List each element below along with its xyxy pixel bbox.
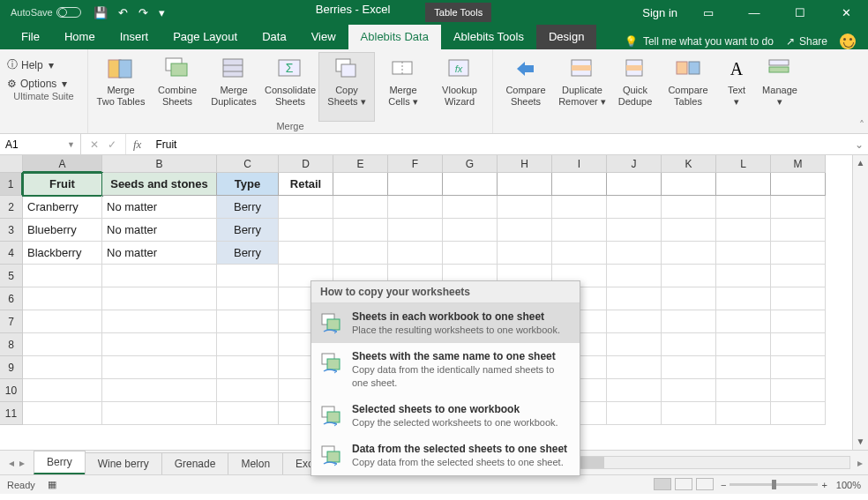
tab-design[interactable]: Design xyxy=(536,25,596,49)
cell[interactable] xyxy=(333,173,388,196)
col-header-A[interactable]: A xyxy=(23,155,102,173)
cell[interactable] xyxy=(716,196,771,219)
cell[interactable] xyxy=(443,173,498,196)
cell[interactable] xyxy=(552,196,607,219)
cell[interactable] xyxy=(607,287,662,310)
cell[interactable]: Fruit xyxy=(23,173,102,196)
cell[interactable]: Berry xyxy=(217,242,279,265)
cell[interactable] xyxy=(771,196,826,219)
row-header-10[interactable]: 10 xyxy=(0,379,23,402)
sheet-nav-prev-icon[interactable]: ◂ xyxy=(9,457,14,469)
cancel-formula-icon[interactable]: ✕ xyxy=(90,138,99,151)
cell[interactable] xyxy=(607,242,662,265)
sheet-tab[interactable]: Melon xyxy=(228,452,283,474)
worksheet-grid[interactable]: ABCDEFGHIJKLM 1234567891011 FruitSeeds a… xyxy=(0,155,868,450)
cell[interactable] xyxy=(102,402,217,425)
sheet-tab[interactable]: Grenade xyxy=(161,452,229,474)
cell[interactable] xyxy=(217,310,279,333)
cell[interactable] xyxy=(388,242,443,265)
col-header-M[interactable]: M xyxy=(771,155,826,173)
cell[interactable] xyxy=(716,310,771,333)
cell[interactable] xyxy=(217,379,279,402)
cell[interactable] xyxy=(662,310,716,333)
cell[interactable] xyxy=(607,402,662,425)
cell[interactable] xyxy=(607,196,662,219)
cell[interactable] xyxy=(662,173,716,196)
cell[interactable] xyxy=(552,219,607,242)
col-header-J[interactable]: J xyxy=(607,155,662,173)
zoom-slider[interactable] xyxy=(730,483,818,486)
view-buttons[interactable] xyxy=(650,478,714,492)
cell[interactable] xyxy=(716,242,771,265)
cell[interactable] xyxy=(607,265,662,287)
cell[interactable] xyxy=(716,402,771,425)
cell[interactable] xyxy=(388,196,443,219)
expand-formula-icon[interactable]: ⌄ xyxy=(850,138,868,151)
share-button[interactable]: ↗ Share xyxy=(786,35,827,48)
tab-view[interactable]: View xyxy=(299,25,348,49)
maximize-icon[interactable]: ☐ xyxy=(785,6,815,19)
formula-input[interactable]: Fruit xyxy=(148,138,850,151)
cell[interactable] xyxy=(607,310,662,333)
cell[interactable] xyxy=(23,379,102,402)
col-header-D[interactable]: D xyxy=(279,155,333,173)
dropdown-item[interactable]: Sheets in each workbook to one sheetPlac… xyxy=(311,303,580,343)
cell[interactable]: No matter xyxy=(102,196,217,219)
manage-button[interactable]: Manage▾ xyxy=(758,53,802,133)
copy-sheets-button[interactable]: CopySheets ▾ xyxy=(319,53,374,121)
cell[interactable] xyxy=(279,219,333,242)
col-header-E[interactable]: E xyxy=(333,155,388,173)
cell[interactable] xyxy=(443,196,498,219)
cell[interactable] xyxy=(662,196,716,219)
cell[interactable] xyxy=(23,310,102,333)
tab-home[interactable]: Home xyxy=(52,25,108,49)
options-button[interactable]: ⚙Options▾ xyxy=(5,77,79,91)
cell[interactable] xyxy=(102,265,217,287)
cell[interactable] xyxy=(102,310,217,333)
row-header-9[interactable]: 9 xyxy=(0,356,23,379)
cell[interactable] xyxy=(217,402,279,425)
macro-icon[interactable]: ▦ xyxy=(48,479,56,490)
row-header-7[interactable]: 7 xyxy=(0,310,23,333)
row-header-5[interactable]: 5 xyxy=(0,265,23,287)
dropdown-item[interactable]: Data from the selected sheets to one she… xyxy=(311,436,580,475)
collapse-ribbon-icon[interactable]: ˄ xyxy=(859,119,864,131)
cell[interactable] xyxy=(102,333,217,356)
cell[interactable] xyxy=(771,242,826,265)
normal-view-icon[interactable] xyxy=(654,478,671,490)
ribbon-options-icon[interactable]: ▭ xyxy=(693,6,723,19)
page-break-view-icon[interactable] xyxy=(696,478,714,490)
cell[interactable] xyxy=(217,333,279,356)
close-icon[interactable]: ✕ xyxy=(831,6,861,19)
cell[interactable] xyxy=(217,287,279,310)
cell[interactable] xyxy=(607,379,662,402)
cell[interactable] xyxy=(771,265,826,287)
cell[interactable]: Type xyxy=(217,173,279,196)
qat-customize-icon[interactable]: ▾ xyxy=(159,6,165,19)
cell[interactable] xyxy=(662,219,716,242)
fx-icon[interactable]: fx xyxy=(126,138,148,152)
cell[interactable] xyxy=(662,379,716,402)
zoom-in-icon[interactable]: + xyxy=(821,480,827,490)
tab-data[interactable]: Data xyxy=(250,25,298,49)
row-header-4[interactable]: 4 xyxy=(0,242,23,265)
col-header-C[interactable]: C xyxy=(217,155,279,173)
cell[interactable]: Berry xyxy=(217,196,279,219)
cell[interactable] xyxy=(498,196,552,219)
cell[interactable] xyxy=(771,356,826,379)
cell[interactable] xyxy=(23,333,102,356)
cell[interactable] xyxy=(102,379,217,402)
cell[interactable] xyxy=(662,265,716,287)
consolidate-sheets-button[interactable]: ΣConsolidateSheets xyxy=(263,53,318,121)
col-header-H[interactable]: H xyxy=(498,155,552,173)
cell[interactable] xyxy=(552,173,607,196)
scroll-down-icon[interactable]: ▼ xyxy=(853,434,868,450)
cell[interactable] xyxy=(333,219,388,242)
cell[interactable] xyxy=(102,356,217,379)
dropdown-item[interactable]: Sheets with the same name to one sheetCo… xyxy=(311,343,580,396)
cell[interactable] xyxy=(102,287,217,310)
cell[interactable] xyxy=(662,287,716,310)
cell[interactable] xyxy=(498,173,552,196)
cell[interactable] xyxy=(716,219,771,242)
cell[interactable] xyxy=(662,356,716,379)
